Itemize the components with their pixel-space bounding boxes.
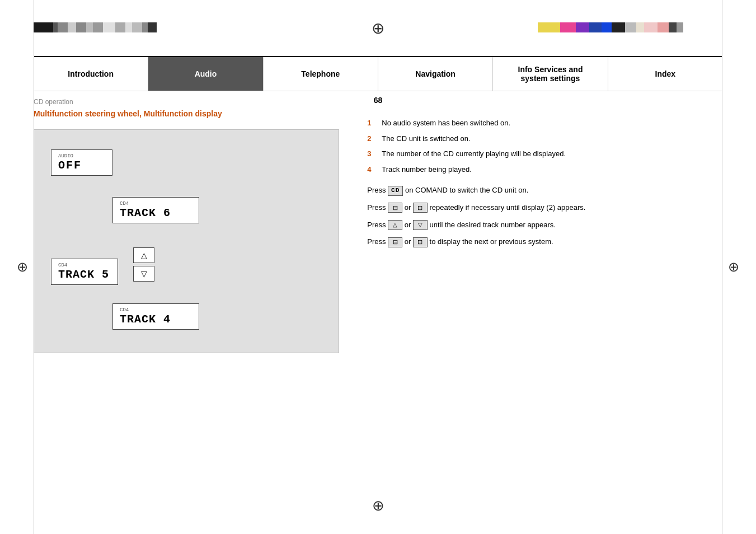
screen-track5: CD4 TRACK 5 (51, 259, 118, 285)
top-bar: ⊕ (34, 0, 722, 56)
section-heading: Multifunction steering wheel, Multifunct… (34, 109, 339, 118)
paragraph-1: Press CD on COMAND to switch the CD unit… (367, 185, 722, 196)
screen-track6: CD4 TRACK 6 (112, 197, 199, 223)
paragraph-2: Press ⊟ or ⊡ repeatedly if necessary unt… (367, 202, 722, 214)
nav-tabs: Introduction Audio Telephone Navigation … (34, 56, 722, 91)
page-container: ⊕ ⊕ ⊕ (0, 0, 756, 534)
next-button-1: ⊡ (413, 203, 428, 213)
screen-audio-off: AUDIO OFF (51, 149, 112, 176)
arrow-buttons: △ ▽ (133, 247, 154, 282)
tab-info-services[interactable]: Info Services andsystem settings (493, 57, 608, 91)
bottom-compass-icon: ⊕ (372, 497, 384, 514)
arrow-up-button[interactable]: △ (133, 247, 154, 263)
arrow-down-button[interactable]: ▽ (133, 266, 154, 282)
tab-telephone[interactable]: Telephone (264, 57, 378, 91)
page-number: 68 (374, 96, 383, 105)
list-item-2: 2 The CD unit is switched on. (367, 133, 722, 144)
down-arrow-btn: ▽ (413, 220, 428, 230)
color-bar-left (34, 22, 190, 32)
tab-index[interactable]: Index (608, 57, 722, 91)
paragraph-3: Press △ or ▽ until the desired track num… (367, 219, 722, 231)
left-column: CD operation Multifunction steering whee… (34, 98, 350, 353)
cd-button: CD (388, 186, 403, 196)
display-diagram: AUDIO OFF CD4 TRACK 6 △ ▽ CD4 TRACK 5 (34, 129, 339, 353)
list-item-1: 1 No audio system has been switched on. (367, 118, 722, 129)
tab-audio[interactable]: Audio (148, 57, 263, 91)
content-area: 68 CD operation Multifunction steering w… (34, 91, 722, 353)
screen-track4: CD4 TRACK 4 (112, 303, 199, 330)
paragraph-4: Press ⊟ or ⊡ to display the next or prev… (367, 236, 722, 248)
list-item-4: 4 Track number being played. (367, 164, 722, 175)
right-column: 1 No audio system has been switched on. … (350, 98, 722, 353)
tab-navigation[interactable]: Navigation (378, 57, 493, 91)
prev-button-1: ⊟ (388, 203, 402, 213)
prev-button-2: ⊟ (388, 237, 402, 247)
top-compass-icon: ⊕ (372, 19, 384, 38)
left-margin-compass: ⊕ (17, 259, 28, 275)
up-arrow-btn: △ (388, 220, 402, 230)
numbered-list: 1 No audio system has been switched on. … (367, 118, 722, 175)
color-bar-right (538, 22, 722, 32)
list-item-3: 3 The number of the CD currently playing… (367, 148, 722, 160)
next-button-2: ⊡ (413, 237, 428, 247)
tab-introduction[interactable]: Introduction (34, 57, 148, 91)
right-margin-compass: ⊕ (728, 259, 739, 275)
section-label: CD operation (34, 98, 339, 106)
